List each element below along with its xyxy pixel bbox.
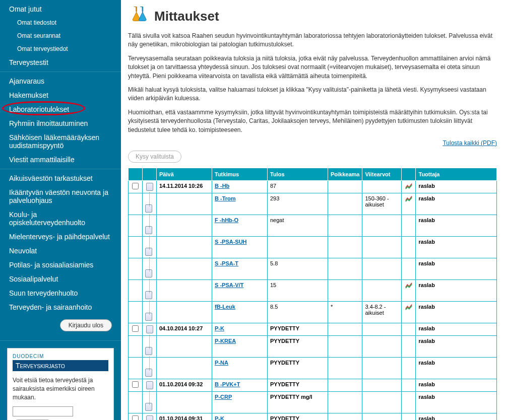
ask-selected-button[interactable]: Kysy valituista bbox=[128, 151, 181, 163]
cell-reference bbox=[362, 180, 402, 193]
col-tree bbox=[143, 168, 157, 180]
sidebar-item-mental[interactable]: Mielenterveys- ja päihdepalvelut bbox=[0, 230, 121, 244]
study-link[interactable]: S -PSA-V/T bbox=[215, 282, 243, 288]
study-link[interactable]: P-KREA bbox=[215, 338, 236, 344]
document-icon[interactable] bbox=[145, 269, 152, 277]
cell-producer: raslab bbox=[416, 301, 497, 323]
study-link[interactable]: P-CRP bbox=[215, 394, 232, 400]
sidebar-item-prescription[interactable]: Sähköisen lääkemääräyksen uudistamispyyn… bbox=[0, 130, 121, 153]
results-table: Päivä Tutkimus Tulos Poikkeama Viitearvo… bbox=[128, 168, 497, 420]
cell-producer: raslab bbox=[416, 193, 497, 215]
cell-reference bbox=[362, 236, 402, 258]
tree-line-icon bbox=[146, 282, 153, 290]
cell-result: PYYDETTY bbox=[268, 335, 328, 357]
sidebar-item-labresults[interactable]: Laboratoriotulokset bbox=[0, 102, 121, 116]
study-link[interactable]: F -hHb-O bbox=[215, 217, 238, 223]
sidebar-item-adult[interactable]: Aikuisväestön tarkastukset bbox=[0, 171, 121, 185]
study-link[interactable]: S -PSA-T bbox=[215, 260, 238, 266]
sidebar-item-applications[interactable]: Hakemukset bbox=[0, 88, 121, 102]
print-pdf-link[interactable]: Tulosta kaikki (PDF) bbox=[443, 139, 497, 147]
tree-line-icon bbox=[146, 338, 153, 346]
document-icon[interactable] bbox=[146, 381, 153, 389]
sidebar-item-healthtests[interactable]: Terveystestit bbox=[0, 55, 121, 69]
document-icon[interactable] bbox=[146, 325, 153, 333]
cell-date bbox=[157, 279, 212, 301]
health-library-search-input[interactable] bbox=[13, 406, 73, 416]
cell-reference bbox=[362, 357, 402, 379]
cell-reference: 150-360 - aikuiset bbox=[362, 193, 402, 215]
cell-producer: raslab bbox=[416, 258, 497, 279]
study-link[interactable]: B -Hb bbox=[215, 183, 229, 189]
sidebar-item-maternity[interactable]: Neuvolat bbox=[0, 244, 121, 258]
cell-deviation bbox=[328, 391, 362, 413]
row-checkbox[interactable] bbox=[132, 381, 139, 388]
cell-result: 8.5 bbox=[268, 301, 328, 323]
table-row: B -Trom293150-360 - aikuisetraslab bbox=[129, 193, 497, 215]
cell-deviation bbox=[328, 323, 362, 335]
cell-producer: raslab bbox=[416, 323, 497, 335]
study-link[interactable]: P-NA bbox=[215, 360, 228, 366]
tree-line-icon bbox=[146, 195, 153, 203]
sidebar-item-elderly[interactable]: Ikääntyvän väestön neuvonta ja palveluoh… bbox=[0, 185, 121, 207]
cell-reference bbox=[362, 279, 402, 301]
sidebar-item-groups[interactable]: Ryhmiin ilmoittautuminen bbox=[0, 116, 121, 130]
table-row: S -PSA-SUHraslab bbox=[129, 236, 497, 258]
flask-icon bbox=[128, 5, 149, 28]
table-row: 14.11.2014 10:26B -Hb87raslab bbox=[129, 180, 497, 193]
document-icon[interactable] bbox=[145, 347, 152, 355]
document-icon[interactable] bbox=[145, 403, 152, 411]
chart-icon[interactable] bbox=[405, 183, 412, 189]
row-checkbox[interactable] bbox=[132, 415, 139, 420]
sidebar-item-ombudsman[interactable]: Potilas- ja sosiaaliasiamies bbox=[0, 258, 121, 272]
document-icon[interactable] bbox=[145, 204, 152, 213]
document-icon[interactable] bbox=[145, 226, 152, 234]
document-icon[interactable] bbox=[146, 183, 153, 191]
study-link[interactable]: B -PVK+T bbox=[215, 381, 240, 387]
cell-date bbox=[157, 391, 212, 413]
study-link[interactable]: P-K bbox=[215, 415, 224, 420]
chart-icon[interactable] bbox=[405, 304, 412, 310]
document-icon[interactable] bbox=[146, 415, 153, 420]
document-icon[interactable] bbox=[145, 248, 152, 256]
sidebar-item-social[interactable]: Sosiaalipalvelut bbox=[0, 272, 121, 286]
document-icon[interactable] bbox=[145, 291, 152, 299]
row-checkbox[interactable] bbox=[132, 183, 139, 189]
document-icon[interactable] bbox=[145, 313, 152, 321]
cell-date bbox=[157, 357, 212, 379]
row-checkbox[interactable] bbox=[132, 325, 139, 332]
cell-date bbox=[157, 236, 212, 258]
chart-icon[interactable] bbox=[405, 282, 412, 288]
cell-date: 01.10.2014 09:31 bbox=[157, 413, 212, 420]
cell-reference bbox=[362, 335, 402, 357]
sidebar-item-healthdata[interactable]: Omat terveystiedot bbox=[0, 42, 121, 55]
table-row: 01.10.2014 09:31P-KPYYDETTYraslab bbox=[129, 413, 497, 420]
document-icon[interactable] bbox=[145, 369, 152, 377]
sidebar-item-school[interactable]: Koulu- ja opiskeluterveydenhuolto bbox=[0, 207, 121, 230]
study-link[interactable]: B -Trom bbox=[215, 195, 236, 201]
cell-producer: raslab bbox=[416, 379, 497, 391]
cell-reference bbox=[362, 379, 402, 391]
cell-deviation bbox=[328, 279, 362, 301]
sidebar: Omat jutut Omat tiedostot Omat seurannat… bbox=[0, 0, 121, 420]
tree-line-icon bbox=[146, 239, 153, 247]
chart-icon[interactable] bbox=[405, 195, 412, 201]
sidebar-item-personal[interactable]: Omat jutut bbox=[0, 2, 121, 16]
cell-producer: raslab bbox=[416, 215, 497, 236]
sidebar-item-files[interactable]: Omat tiedostot bbox=[0, 16, 121, 29]
tree-line-icon bbox=[146, 360, 153, 368]
sidebar-item-tracking[interactable]: Omat seurannat bbox=[0, 29, 121, 42]
table-row: P-KREAPYYDETTYraslab bbox=[129, 335, 497, 357]
logout-button[interactable]: Kirjaudu ulos bbox=[60, 319, 112, 331]
sidebar-item-healthcare[interactable]: Terveyden- ja sairaanhoito bbox=[0, 300, 121, 314]
table-row: P-NAPYYDETTYraslab bbox=[129, 357, 497, 379]
sidebar-item-dental[interactable]: Suun terveydenhuolto bbox=[0, 286, 121, 300]
cell-date bbox=[157, 301, 212, 323]
study-link[interactable]: P-K bbox=[215, 325, 224, 331]
sidebar-item-booking[interactable]: Ajanvaraus bbox=[0, 74, 121, 88]
cell-deviation bbox=[328, 413, 362, 420]
study-link[interactable]: S -PSA-SUH bbox=[215, 239, 247, 245]
cell-date: 01.10.2014 09:32 bbox=[157, 379, 212, 391]
cell-reference bbox=[362, 215, 402, 236]
sidebar-item-messages[interactable]: Viestit ammattilaisille bbox=[0, 153, 121, 167]
study-link[interactable]: fB-Leuk bbox=[215, 304, 235, 310]
